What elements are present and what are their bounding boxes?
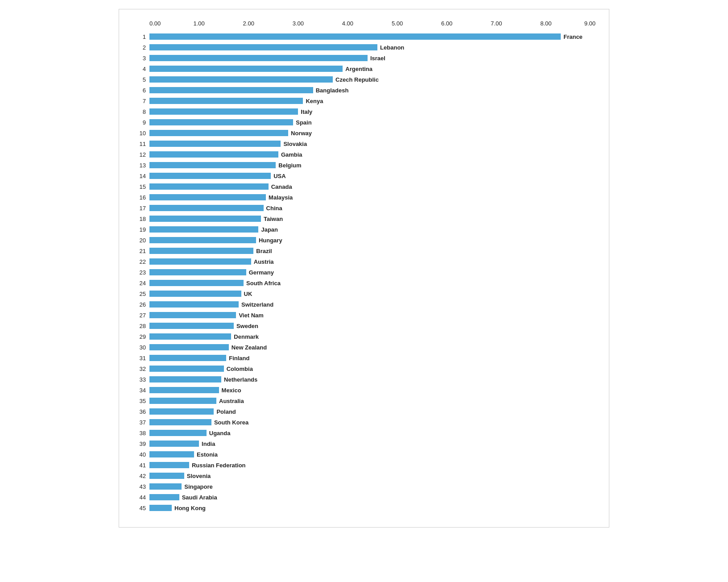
chart-row: 40Estonia bbox=[132, 449, 596, 459]
bar-label: Switzerland bbox=[241, 301, 273, 308]
chart-row: 25UK bbox=[132, 289, 596, 299]
bar-label: South Korea bbox=[214, 419, 248, 426]
bar-area: Finland bbox=[149, 354, 596, 362]
bar-label: Mexico bbox=[222, 387, 241, 394]
bar-label: Hong Kong bbox=[174, 505, 206, 511]
row-rank: 29 bbox=[132, 333, 149, 340]
chart-row: 39India bbox=[132, 439, 596, 449]
bar-label: Czech Republic bbox=[335, 76, 379, 83]
bar bbox=[149, 216, 261, 222]
bar-area: Argentina bbox=[149, 65, 596, 73]
bar-label: Viet Nam bbox=[239, 312, 263, 319]
bar bbox=[149, 355, 226, 361]
bar bbox=[149, 408, 214, 415]
chart-row: 35Australia bbox=[132, 396, 596, 406]
chart-row: 19Japan bbox=[132, 224, 596, 234]
bar-label: Slovenia bbox=[187, 473, 211, 479]
row-rank: 15 bbox=[132, 183, 149, 190]
bar bbox=[149, 130, 288, 136]
bar-label: Kenya bbox=[306, 98, 323, 104]
row-rank: 21 bbox=[132, 248, 149, 254]
bar-label: Austria bbox=[254, 258, 274, 265]
bar-label: Japan bbox=[261, 226, 278, 233]
chart-row: 26Switzerland bbox=[132, 299, 596, 309]
bar-area: New Zealand bbox=[149, 343, 596, 351]
row-rank: 24 bbox=[132, 280, 149, 287]
bar-label: Spain bbox=[296, 119, 311, 126]
bar-area: Brazil bbox=[149, 247, 596, 255]
row-rank: 36 bbox=[132, 408, 149, 415]
bar-label: Canada bbox=[271, 183, 292, 190]
bar-label: Estonia bbox=[197, 451, 218, 458]
row-rank: 32 bbox=[132, 366, 149, 372]
chart-row: 11Slovakia bbox=[132, 139, 596, 149]
chart-row: 37South Korea bbox=[132, 417, 596, 427]
row-rank: 37 bbox=[132, 419, 149, 426]
bar-label: USA bbox=[273, 173, 285, 179]
bar-area: Colombia bbox=[149, 365, 596, 373]
bar bbox=[149, 291, 241, 297]
bar-label: Slovakia bbox=[283, 141, 307, 147]
bar-area: Bangladesh bbox=[149, 86, 596, 94]
row-rank: 19 bbox=[132, 226, 149, 233]
bar bbox=[149, 441, 199, 447]
chart-container: 0.001.002.003.004.005.006.007.008.009.00… bbox=[119, 9, 609, 528]
bar bbox=[149, 248, 253, 254]
bar-area: UK bbox=[149, 290, 596, 298]
row-rank: 12 bbox=[132, 151, 149, 158]
bar bbox=[149, 194, 266, 200]
bar-area: Canada bbox=[149, 183, 596, 191]
bar bbox=[149, 333, 231, 340]
bar bbox=[149, 344, 229, 350]
bar bbox=[149, 226, 258, 233]
bar bbox=[149, 66, 343, 72]
row-rank: 11 bbox=[132, 141, 149, 147]
chart-row: 5Czech Republic bbox=[132, 75, 596, 84]
chart-row: 31Finland bbox=[132, 353, 596, 363]
bar-label: China bbox=[266, 205, 282, 212]
bar-area: Gambia bbox=[149, 150, 596, 158]
bar-area: Italy bbox=[149, 108, 596, 116]
row-rank: 4 bbox=[132, 66, 149, 72]
chart-row: 2Lebanon bbox=[132, 42, 596, 52]
chart-row: 45Hong Kong bbox=[132, 503, 596, 513]
chart-row: 16Malaysia bbox=[132, 192, 596, 202]
chart-row: 32Colombia bbox=[132, 364, 596, 374]
chart-row: 42Slovenia bbox=[132, 471, 596, 481]
bar-area: Australia bbox=[149, 397, 596, 405]
bar-area: Sweden bbox=[149, 322, 596, 330]
bar-label: Poland bbox=[216, 408, 236, 415]
chart-row: 20Hungary bbox=[132, 235, 596, 245]
row-rank: 14 bbox=[132, 173, 149, 179]
bar-label: New Zealand bbox=[232, 344, 267, 351]
bar bbox=[149, 494, 179, 500]
bar bbox=[149, 98, 303, 104]
chart-row: 43Singapore bbox=[132, 482, 596, 491]
row-rank: 2 bbox=[132, 44, 149, 51]
bar-label: Singapore bbox=[184, 483, 213, 490]
bar-label: Bangladesh bbox=[316, 87, 349, 94]
chart-row: 17China bbox=[132, 203, 596, 213]
bar bbox=[149, 419, 211, 425]
row-rank: 40 bbox=[132, 451, 149, 458]
row-rank: 20 bbox=[132, 237, 149, 244]
row-rank: 34 bbox=[132, 387, 149, 394]
chart-row: 4Argentina bbox=[132, 64, 596, 74]
bar-label: UK bbox=[244, 291, 252, 297]
bar bbox=[149, 258, 251, 265]
bar bbox=[149, 473, 184, 479]
bar-label: Denmark bbox=[234, 333, 259, 340]
bar-area: Spain bbox=[149, 118, 596, 126]
bar bbox=[149, 151, 278, 158]
bar-area: China bbox=[149, 204, 596, 212]
bar bbox=[149, 162, 276, 168]
row-rank: 10 bbox=[132, 130, 149, 137]
bar-area: Japan bbox=[149, 225, 596, 233]
chart-row: 22Austria bbox=[132, 257, 596, 266]
x-axis-label: 2.00 bbox=[243, 20, 254, 27]
row-rank: 25 bbox=[132, 291, 149, 297]
bar bbox=[149, 108, 298, 115]
bar-area: Czech Republic bbox=[149, 75, 596, 83]
bar-label: Malaysia bbox=[269, 194, 293, 201]
x-axis-label: 1.00 bbox=[193, 20, 204, 27]
